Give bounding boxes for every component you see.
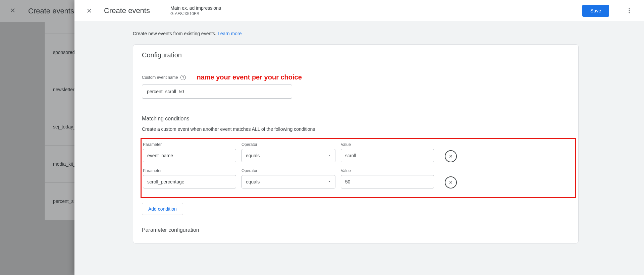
value-label: Value [341,168,434,173]
remove-condition-button[interactable] [445,176,457,188]
panel-header: Create events Main ex. ad impressions G-… [74,0,644,21]
save-button[interactable]: Save [582,5,609,17]
parameter-label: Parameter [143,168,236,173]
create-event-panel: Create events Main ex. ad impressions G-… [74,0,644,275]
value-input[interactable] [341,175,434,188]
annotation-text: name your event per your choice [197,73,302,81]
conditions-highlight-area: Parameter Operator Value [141,138,576,198]
parameter-input[interactable] [143,175,236,188]
value-label: Value [341,142,434,147]
operator-label: Operator [241,142,335,147]
svg-point-2 [629,12,630,13]
condition-row: Parameter Operator Value [142,167,571,193]
add-condition-button[interactable]: Add condition [142,203,183,215]
divider [142,108,570,108]
matching-conditions-title: Matching conditions [142,116,570,122]
more-options-button[interactable] [623,4,636,17]
divider [160,5,160,17]
learn-more-link[interactable]: Learn more [218,31,242,36]
intro-label: Create new events from existing events. [133,31,218,36]
close-button[interactable] [83,4,96,17]
panel-title: Create events [104,6,150,15]
svg-point-0 [629,8,630,9]
operator-label: Operator [241,168,335,173]
parameter-configuration-title: Parameter configuration [142,227,570,233]
help-icon[interactable]: ? [180,75,186,80]
svg-point-1 [629,10,630,11]
custom-event-name-input[interactable] [142,85,292,99]
condition-row: Parameter Operator Value [142,141,571,167]
operator-select[interactable] [241,175,335,188]
breadcrumb-main: Main ex. ad impressions [170,5,221,11]
card-title: Configuration [133,45,578,66]
matching-conditions-sub: Create a custom event when another event… [142,126,570,132]
value-input[interactable] [341,149,434,162]
breadcrumb: Main ex. ad impressions G-AE8JX510ES [170,5,221,16]
custom-event-name-label: Custom event name [142,75,178,80]
breadcrumb-sub: G-AE8JX510ES [170,11,221,16]
config-card: Configuration Custom event name ? name y… [133,44,579,243]
parameter-label: Parameter [143,142,236,147]
parameter-input[interactable] [143,149,236,162]
intro-text: Create new events from existing events. … [74,31,644,44]
panel-body: Create new events from existing events. … [74,21,644,275]
remove-condition-button[interactable] [445,150,457,162]
operator-select[interactable] [241,149,335,162]
